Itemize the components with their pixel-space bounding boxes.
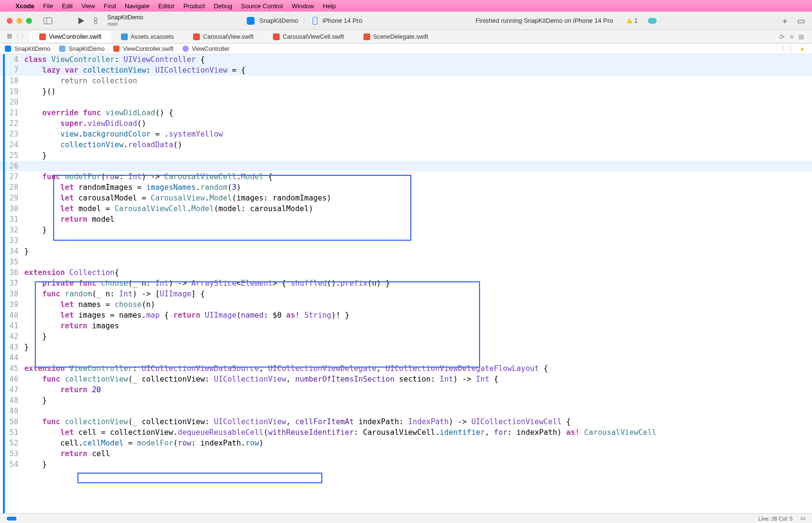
jumpbar-project[interactable]: SnapKitDemo [15,46,50,52]
code-content[interactable]: let randomImages = imagesNames.random(3) [24,182,241,193]
menu-debug[interactable]: Debug [214,2,232,10]
code-line[interactable]: 24 collectionView.reloadData() [0,139,812,150]
code-line[interactable]: 29 let carousalModel = CarousalView.Mode… [0,193,812,203]
code-content[interactable]: let names = choose(n) [24,299,155,310]
code-content[interactable]: func modelFor(row: Int) -> CarousalViewC… [24,171,272,182]
code-content[interactable]: return cell [24,448,110,459]
menu-editor[interactable]: Editor [158,2,175,10]
refresh-icon[interactable]: ⟳ [779,33,785,41]
code-content[interactable]: let carousalModel = CarousalView.Model(i… [24,193,331,203]
code-line[interactable]: 22 super.viewDidLoad() [0,118,812,129]
code-content[interactable]: } [24,246,29,257]
code-line[interactable]: 30 let model = CarousalViewCell.Model(mo… [0,203,812,214]
code-content[interactable] [24,161,42,171]
code-line[interactable]: 44 [0,353,812,363]
code-content[interactable]: }() [24,86,56,97]
code-content[interactable]: lazy var collectionView: UICollectionVie… [24,65,245,76]
code-content[interactable]: } [24,225,47,235]
app-menu[interactable]: Xcode [15,2,34,10]
code-line[interactable]: 35 [0,257,812,267]
code-line[interactable]: 18 return collection [0,76,812,86]
code-line[interactable]: 48 } [0,395,812,406]
jumpbar-folder[interactable]: SnapKitDemo [69,46,105,52]
code-line[interactable]: 33 [0,235,812,246]
run-button[interactable] [78,17,84,24]
code-line[interactable]: 54 } [0,459,812,470]
code-line[interactable]: 37 private func choose(_ n: Int) -> Arra… [0,278,812,289]
code-content[interactable]: let cell = collectionView.dequeueReusabl… [24,427,657,438]
menu-product[interactable]: Product [183,2,205,10]
code-line[interactable]: 38 func random(_ n: Int) -> [UIImage] { [0,289,812,299]
toggle-debug-area-button[interactable]: ▭ [800,515,805,522]
menu-find[interactable]: Find [104,2,116,10]
menu-window[interactable]: Window [292,2,314,10]
cloud-icon[interactable] [648,18,657,24]
code-content[interactable]: override func viewDidLoad() { [24,108,173,118]
tab-scenedelegate-swift[interactable]: SceneDelegate.swift [354,31,438,43]
code-line[interactable]: 53 return cell [0,448,812,459]
code-line[interactable]: 41 return images [0,321,812,331]
code-line[interactable]: 32 } [0,225,812,235]
prev-issue-button[interactable]: 〈 [777,45,787,53]
tab-carousalviewcell-swift[interactable]: CarousalViewCell.swift [263,31,354,43]
code-content[interactable]: func collectionView(_ collectionView: UI… [24,374,498,385]
code-content[interactable]: } [24,342,29,353]
code-line[interactable]: 51 let cell = collectionView.dequeueReus… [0,427,812,438]
tab-assets-xcassets[interactable]: Assets.xcassets [111,31,184,43]
code-line[interactable]: 20 [0,97,812,108]
code-line[interactable]: 21 override func viewDidLoad() { [0,108,812,118]
code-content[interactable]: collectionView.reloadData() [24,139,182,150]
code-line[interactable]: 34} [0,246,812,257]
code-content[interactable]: class ViewController: UIViewController { [24,54,205,65]
jumpbar-file[interactable]: ViewController.swift [123,46,173,52]
code-line[interactable]: 4class ViewController: UIViewController … [0,54,812,65]
tab-viewcontroller-swift[interactable]: ViewController.swift [30,31,111,43]
code-line[interactable]: 52 cell.cellModel = modelFor(row: indexP… [0,438,812,448]
code-content[interactable]: let model = CarousalViewCell.Model(model… [24,203,313,214]
run-destination[interactable]: SnapKitDemo 〉 iPhone 14 Pro [247,17,362,25]
code-line[interactable]: 46 func collectionView(_ collectionView:… [0,374,812,385]
code-line[interactable]: 7 lazy var collectionView: UICollectionV… [0,65,812,76]
toggle-navigator-button[interactable] [44,17,52,24]
code-content[interactable]: let images = names.map { return UIImage(… [24,310,349,321]
code-line[interactable]: 28 let randomImages = imagesNames.random… [0,182,812,193]
code-line[interactable]: 45extension ViewController: UICollection… [0,363,812,374]
code-content[interactable]: } [24,150,47,161]
tab-carousalview-swift[interactable]: CarousalView.swift [183,31,263,43]
code-line[interactable]: 27 func modelFor(row: Int) -> CarousalVi… [0,171,812,182]
add-button[interactable]: ＋ [781,15,789,27]
code-line[interactable]: 43} [0,342,812,353]
code-line[interactable]: 40 let images = names.map { return UIIma… [0,310,812,321]
zoom-window-button[interactable] [26,18,32,24]
menu-navigate[interactable]: Navigate [125,2,150,10]
code-content[interactable]: } [24,395,47,406]
close-window-button[interactable] [7,18,13,24]
code-content[interactable]: func random(_ n: Int) -> [UIImage] { [24,289,205,299]
code-content[interactable]: cell.cellModel = modelFor(row: indexPath… [24,438,264,448]
adjust-editor-icon[interactable]: ⊞ [798,33,804,41]
code-content[interactable]: extension Collection{ [24,267,119,278]
menu-edit[interactable]: Edit [62,2,73,10]
code-content[interactable]: extension ViewController: UICollectionVi… [24,363,548,374]
code-line[interactable]: 49 [0,406,812,416]
code-line[interactable]: 50 func collectionView(_ collectionView:… [0,416,812,427]
issues-badge[interactable]: 1 [627,17,638,24]
code-content[interactable]: super.viewDidLoad() [24,118,146,129]
code-line[interactable]: 36extension Collection{ [0,267,812,278]
code-content[interactable]: func collectionView(_ collectionView: UI… [24,416,571,427]
code-line[interactable]: 47 return 20 [0,385,812,395]
code-line[interactable]: 39 let names = choose(n) [0,299,812,310]
scheme-selector[interactable]: SnapKitDemo main [107,15,143,26]
menu-view[interactable]: View [81,2,95,10]
code-line[interactable]: 42 } [0,331,812,342]
warning-icon[interactable]: ▲ [797,45,807,53]
editor-options-icon[interactable]: ≡ [790,33,794,41]
code-content[interactable]: return model [24,214,115,225]
code-line[interactable]: 23 view.backgroundColor = .systemYellow [0,129,812,139]
code-content[interactable]: } [24,331,47,342]
nav-back-button[interactable]: 〈 [13,32,19,41]
related-items-button[interactable]: ▦ [7,32,11,41]
code-line[interactable]: 31 return model [0,214,812,225]
jumpbar-symbol[interactable]: ViewController [192,46,230,52]
menu-file[interactable]: File [43,2,53,10]
